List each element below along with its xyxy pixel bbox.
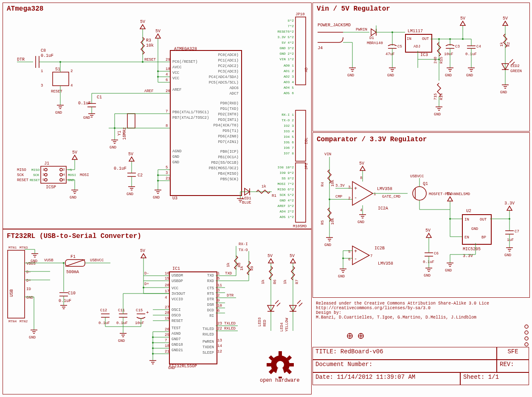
- svg-text:AREF: AREF: [144, 89, 154, 93]
- titleblock-date: Date: 11/14/2012 11:39:07 AM: [312, 372, 460, 385]
- svg-text:TX-O: TX-O: [239, 248, 248, 252]
- svg-text:7: 7: [165, 338, 167, 343]
- svg-text:GND: GND: [387, 73, 394, 78]
- svg-point-431: [525, 325, 528, 328]
- svg-text:IC3: IC3: [420, 53, 428, 57]
- svg-rect-417: [279, 351, 282, 356]
- svg-text:5V: 5V: [447, 192, 452, 196]
- svg-text:R3: R3: [146, 38, 151, 43]
- ioh-labels: IO8 10*2IO9 9*2SS 8*2MOSI 7*2MISO 6*2SCK…: [270, 165, 294, 220]
- svg-text:1: 1: [41, 69, 43, 73]
- svg-text:C5: C5: [397, 45, 402, 49]
- svg-text:23: 23: [217, 322, 222, 326]
- svg-text:MBRA140: MBRA140: [367, 41, 383, 45]
- svg-text:JP10: JP10: [296, 12, 305, 17]
- svg-text:1k: 1k: [262, 185, 266, 189]
- svg-text:1k: 1k: [240, 266, 244, 271]
- svg-text:R15: R15: [439, 57, 444, 64]
- svg-text:IC2A: IC2A: [378, 206, 388, 211]
- svg-text:20: 20: [165, 283, 169, 288]
- svg-text:5V: 5V: [290, 254, 295, 258]
- svg-text:18: 18: [166, 67, 170, 71]
- svg-text:GATE_CMD: GATE_CMD: [382, 195, 400, 199]
- svg-text:ICSP: ICSP: [46, 185, 56, 190]
- svg-text:GND: GND: [434, 112, 441, 117]
- svg-text:5V: 5V: [503, 16, 508, 21]
- svg-point-40: [59, 61, 61, 63]
- svg-text:Y1: Y1: [117, 131, 122, 136]
- svg-text:MOSI: MOSI: [80, 173, 89, 177]
- svg-text:10k: 10k: [331, 218, 335, 225]
- svg-text:VUSB: VUSB: [44, 258, 53, 263]
- svg-text:29: 29: [166, 58, 170, 62]
- svg-text:2: 2: [63, 168, 65, 171]
- svg-text:GND: GND: [347, 73, 354, 78]
- svg-text:MOSI: MOSI: [68, 173, 76, 177]
- svg-text:GND: GND: [127, 192, 133, 196]
- svg-text:TXD: TXD: [225, 271, 232, 276]
- svg-point-70: [157, 174, 159, 176]
- svg-text:GND: GND: [357, 220, 364, 224]
- ad-labels: AD0 1AD1 2AD2 3AD3 4AD4 5AD5 6: [270, 63, 294, 96]
- svg-text:R5: R5: [321, 220, 325, 225]
- svg-rect-33: [53, 72, 69, 86]
- svg-text:-: -: [354, 195, 357, 201]
- svg-text:R7: R7: [295, 280, 299, 284]
- svg-line-263: [299, 303, 302, 306]
- svg-text:5V: 5V: [359, 161, 364, 166]
- svg-text:OUT: OUT: [422, 37, 429, 41]
- svg-text:4: 4: [63, 173, 65, 176]
- svg-point-87: [60, 179, 62, 181]
- svg-text:21: 21: [165, 349, 169, 354]
- ic1-left-pins: USBDMUSBDPVCC3V3OUTVCCIOOSCIOSCORESETTES…: [172, 273, 185, 353]
- svg-text:10uF: 10uF: [135, 321, 144, 325]
- svg-text:RED: RED: [263, 320, 267, 327]
- svg-text:5V: 5V: [267, 254, 273, 258]
- u3-ref: U3: [172, 196, 177, 201]
- svg-text:GND: GND: [153, 196, 160, 200]
- svg-text:240: 240: [433, 57, 438, 64]
- svg-text:715: 715: [433, 93, 438, 100]
- svg-point-294: [449, 38, 451, 40]
- svg-text:28: 28: [165, 311, 169, 315]
- svg-rect-109: [296, 163, 306, 222]
- svg-text:F1: F1: [70, 254, 76, 259]
- svg-line-140: [65, 260, 85, 266]
- svg-text:5: 5: [166, 165, 168, 170]
- svg-text:C12: C12: [100, 308, 107, 313]
- svg-point-20: [157, 70, 159, 72]
- svg-text:13: 13: [217, 338, 222, 343]
- svg-text:RESET: RESET: [30, 178, 40, 182]
- svg-text:RESET: RESET: [144, 58, 156, 62]
- svg-text:RESET: RESET: [17, 178, 29, 182]
- u3-right-pins: PC0(ADC0)PC1(ADC1)PC2(ADC2)PC3(ADC3)PC4(…: [207, 53, 239, 182]
- svg-text:47uF: 47uF: [386, 52, 395, 56]
- svg-text:MTN2: MTN2: [20, 319, 28, 323]
- svg-text:8: 8: [360, 176, 362, 180]
- svg-rect-44: [127, 114, 135, 128]
- open-hardware-label: open hardware: [260, 377, 300, 383]
- svg-text:8: 8: [166, 124, 168, 128]
- svg-text:D-: D-: [26, 270, 31, 274]
- svg-text:C11: C11: [118, 308, 125, 313]
- svg-text:1uF: 1uF: [507, 238, 514, 242]
- svg-text:OUT: OUT: [480, 218, 487, 222]
- svg-point-85: [60, 173, 62, 176]
- svg-point-83: [60, 168, 62, 171]
- svg-line-262: [297, 300, 301, 304]
- svg-text:EN: EN: [464, 235, 469, 240]
- svg-text:2: 2: [217, 294, 220, 298]
- open-hardware-logo: [267, 351, 294, 378]
- titleblock-sheet: Sheet: 1/1: [460, 372, 529, 385]
- svg-text:26: 26: [165, 327, 169, 332]
- svg-text:25: 25: [165, 333, 169, 337]
- schematic-svg: DTR C8 0.1uF RESET 29 R3 10k 5V 18 4 6 5…: [0, 0, 532, 397]
- svg-text:S1: S1: [55, 67, 60, 72]
- svg-text:5V: 5V: [128, 152, 133, 157]
- net-dtr: DTR: [17, 57, 25, 62]
- svg-line-254: [277, 303, 280, 306]
- svg-text:6: 6: [166, 78, 168, 82]
- svg-text:3: 3: [348, 185, 350, 190]
- svg-point-408: [509, 218, 510, 220]
- svg-text:5V: 5V: [140, 20, 145, 24]
